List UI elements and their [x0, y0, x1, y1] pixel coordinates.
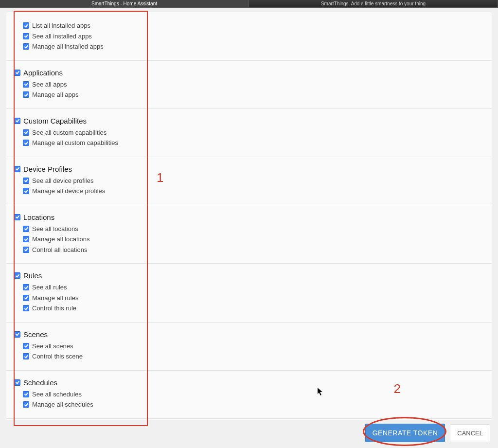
browser-tab-bar: SmartThings - Home Assistant SmartThings…	[0, 0, 498, 8]
item-checkbox[interactable]	[23, 140, 29, 146]
section-items: See all locationsManage all locationsCon…	[14, 224, 484, 255]
item-checkbox[interactable]	[23, 178, 29, 184]
permission-item: See all apps	[23, 80, 484, 90]
permission-item: See all rules	[23, 283, 484, 292]
permission-item: Manage all custom capabilities	[23, 138, 484, 148]
section-title: Applications	[23, 69, 63, 77]
section-title: Scenes	[23, 330, 48, 339]
section-checkbox[interactable]	[14, 272, 20, 279]
section-header: Custom Capabilites	[14, 117, 484, 125]
item-checkbox[interactable]	[23, 188, 29, 194]
permission-item: Manage all device profiles	[23, 186, 484, 196]
section-items: List all installed appsSee all installed…	[14, 21, 484, 52]
item-checkbox[interactable]	[23, 81, 29, 88]
permission-section: SchedulesSee all schedulesManage all sch…	[6, 371, 492, 419]
permission-item: See all scenes	[23, 341, 484, 351]
permission-item: Control this rule	[23, 304, 484, 313]
section-header: Locations	[14, 213, 484, 221]
item-checkbox[interactable]	[23, 236, 29, 242]
permission-item: Control all locations	[23, 245, 484, 255]
permission-section: Device ProfilesSee all device profilesMa…	[6, 157, 492, 205]
item-checkbox[interactable]	[23, 343, 29, 349]
permission-item: Manage all rules	[23, 293, 484, 303]
item-checkbox[interactable]	[23, 43, 29, 50]
permission-section: LocationsSee all locationsManage all loc…	[6, 205, 492, 264]
permission-item-label: Manage all custom capabilities	[32, 138, 118, 148]
permission-item-label: Manage all schedules	[32, 400, 93, 410]
permission-item: Manage all apps	[23, 90, 484, 100]
permission-item: Manage all installed apps	[23, 42, 484, 52]
permission-item-label: Control all locations	[32, 245, 87, 255]
browser-tab-active[interactable]: SmartThings - Home Assistant	[0, 0, 249, 7]
item-checkbox[interactable]	[23, 305, 29, 311]
section-header: Device Profiles	[14, 165, 484, 173]
permission-section: Custom CapabilitesSee all custom capabil…	[6, 109, 492, 157]
footer-actions: GENERATE TOKEN CANCEL	[365, 424, 490, 442]
section-header: Scenes	[14, 330, 484, 339]
section-title: Custom Capabilites	[23, 117, 87, 125]
permission-item: See all device profiles	[23, 176, 484, 186]
section-checkbox[interactable]	[14, 70, 20, 76]
permission-item: See all schedules	[23, 390, 484, 399]
item-checkbox[interactable]	[23, 91, 29, 98]
item-checkbox[interactable]	[23, 391, 29, 397]
permission-item-label: Manage all locations	[32, 234, 90, 244]
section-checkbox[interactable]	[14, 214, 20, 220]
section-checkbox[interactable]	[14, 166, 20, 172]
permission-item: List all installed apps	[23, 21, 484, 31]
permission-item: See all locations	[23, 224, 484, 234]
generate-token-button[interactable]: GENERATE TOKEN	[365, 424, 445, 442]
permission-item-label: Manage all device profiles	[32, 186, 105, 196]
browser-tab-inactive[interactable]: SmartThings. Add a little smartness to y…	[249, 0, 498, 7]
item-checkbox[interactable]	[23, 295, 29, 301]
permission-section: RulesSee all rulesManage all rulesContro…	[6, 264, 492, 323]
main-content: List all installed appsSee all installed…	[0, 8, 498, 448]
permission-item-label: Control this scene	[32, 352, 83, 361]
permission-item-label: See all scenes	[32, 341, 73, 351]
section-header: Rules	[14, 271, 484, 280]
item-checkbox[interactable]	[23, 226, 29, 232]
section-header: Applications	[14, 69, 484, 77]
permission-item: See all custom capabilities	[23, 128, 484, 138]
permission-item: Manage all schedules	[23, 400, 484, 410]
permission-item: Manage all locations	[23, 234, 484, 244]
section-items: See all scenesControl this scene	[14, 341, 484, 361]
permission-item: See all installed apps	[23, 32, 484, 41]
item-checkbox[interactable]	[23, 401, 29, 408]
permission-item-label: Manage all rules	[32, 293, 78, 303]
section-items: See all schedulesManage all schedules	[14, 390, 484, 410]
permission-item-label: See all device profiles	[32, 176, 93, 186]
section-title: Rules	[23, 271, 42, 280]
permissions-panel: List all installed appsSee all installed…	[6, 12, 492, 420]
permission-item-label: See all rules	[32, 283, 67, 292]
section-title: Device Profiles	[23, 165, 72, 173]
section-items: See all device profilesManage all device…	[14, 176, 484, 196]
section-title: Schedules	[23, 378, 57, 387]
item-checkbox[interactable]	[23, 284, 29, 290]
item-checkbox[interactable]	[23, 129, 29, 136]
permission-item-label: List all installed apps	[32, 21, 90, 31]
section-header: Schedules	[14, 378, 484, 387]
section-items: See all appsManage all apps	[14, 80, 484, 100]
item-checkbox[interactable]	[23, 33, 29, 39]
permission-item-label: See all apps	[32, 80, 67, 90]
permission-item-label: See all schedules	[32, 390, 82, 399]
section-items: See all custom capabilitiesManage all cu…	[14, 128, 484, 148]
permission-item-label: See all installed apps	[32, 32, 92, 41]
item-checkbox[interactable]	[23, 353, 29, 359]
permission-section: List all installed appsSee all installed…	[6, 12, 492, 61]
permission-section: NotificationsControl all notifications	[6, 419, 492, 421]
item-checkbox[interactable]	[23, 247, 29, 253]
section-checkbox[interactable]	[14, 379, 20, 386]
permission-section: ScenesSee all scenesControl this scene	[6, 323, 492, 371]
item-checkbox[interactable]	[23, 22, 29, 29]
section-title: Locations	[23, 213, 54, 221]
permission-item-label: Control this rule	[32, 304, 76, 313]
permission-item: Control this scene	[23, 352, 484, 361]
cancel-button[interactable]: CANCEL	[450, 424, 490, 442]
section-checkbox[interactable]	[14, 331, 20, 338]
permission-item-label: Manage all installed apps	[32, 42, 104, 52]
section-checkbox[interactable]	[14, 118, 20, 124]
section-items: See all rulesManage all rulesControl thi…	[14, 283, 484, 313]
permission-item-label: Manage all apps	[32, 90, 78, 100]
